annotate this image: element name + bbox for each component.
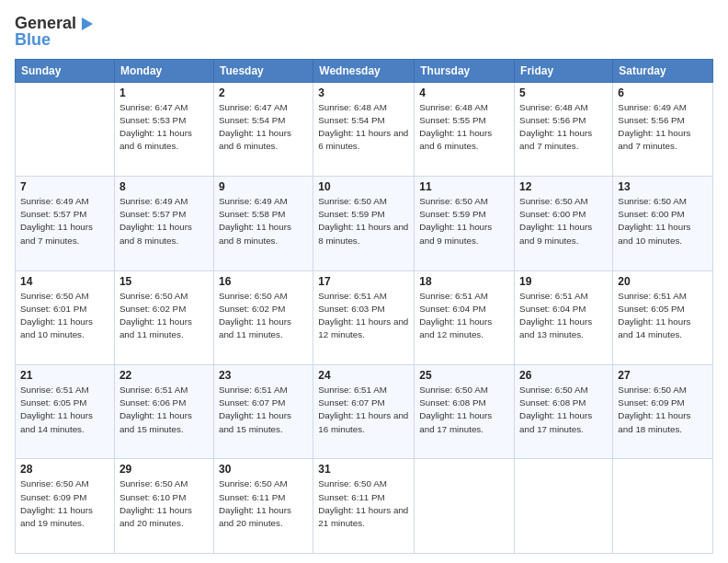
day-number: 2 bbox=[219, 86, 308, 99]
day-number: 1 bbox=[119, 86, 209, 99]
day-number: 23 bbox=[219, 369, 308, 382]
week-row-0: 1Sunrise: 6:47 AM Sunset: 5:53 PM Daylig… bbox=[16, 82, 713, 176]
day-cell bbox=[613, 459, 713, 554]
day-cell: 3Sunrise: 6:48 AM Sunset: 5:54 PM Daylig… bbox=[313, 82, 415, 176]
weekday-header-friday: Friday bbox=[515, 59, 613, 82]
day-info: Sunrise: 6:51 AM Sunset: 6:04 PM Dayligh… bbox=[519, 290, 608, 342]
week-row-4: 28Sunrise: 6:50 AM Sunset: 6:09 PM Dayli… bbox=[16, 459, 713, 554]
day-info: Sunrise: 6:48 AM Sunset: 5:55 PM Dayligh… bbox=[419, 101, 509, 154]
logo: General Blue bbox=[15, 15, 95, 50]
day-number: 11 bbox=[419, 180, 509, 193]
day-number: 12 bbox=[519, 180, 608, 193]
day-cell: 14Sunrise: 6:50 AM Sunset: 6:01 PM Dayli… bbox=[16, 270, 115, 364]
day-cell: 31Sunrise: 6:50 AM Sunset: 6:11 PM Dayli… bbox=[313, 459, 415, 554]
day-cell: 26Sunrise: 6:50 AM Sunset: 6:08 PM Dayli… bbox=[515, 365, 613, 459]
logo-text-blue: Blue bbox=[15, 31, 95, 50]
day-info: Sunrise: 6:50 AM Sunset: 6:10 PM Dayligh… bbox=[119, 477, 209, 530]
day-cell: 20Sunrise: 6:51 AM Sunset: 6:05 PM Dayli… bbox=[613, 270, 713, 364]
day-info: Sunrise: 6:51 AM Sunset: 6:07 PM Dayligh… bbox=[318, 384, 409, 436]
day-info: Sunrise: 6:50 AM Sunset: 6:11 PM Dayligh… bbox=[318, 477, 409, 530]
day-cell: 19Sunrise: 6:51 AM Sunset: 6:04 PM Dayli… bbox=[515, 270, 613, 364]
day-info: Sunrise: 6:47 AM Sunset: 5:53 PM Dayligh… bbox=[119, 101, 209, 154]
day-number: 30 bbox=[219, 463, 308, 476]
day-info: Sunrise: 6:50 AM Sunset: 6:02 PM Dayligh… bbox=[219, 290, 308, 342]
day-info: Sunrise: 6:50 AM Sunset: 6:02 PM Dayligh… bbox=[119, 290, 209, 342]
day-info: Sunrise: 6:50 AM Sunset: 5:59 PM Dayligh… bbox=[318, 195, 409, 247]
day-cell: 29Sunrise: 6:50 AM Sunset: 6:10 PM Dayli… bbox=[114, 459, 213, 554]
day-cell: 9Sunrise: 6:49 AM Sunset: 5:58 PM Daylig… bbox=[213, 177, 313, 270]
header: General Blue bbox=[15, 15, 713, 50]
day-cell: 12Sunrise: 6:50 AM Sunset: 6:00 PM Dayli… bbox=[515, 177, 613, 270]
day-info: Sunrise: 6:49 AM Sunset: 5:58 PM Dayligh… bbox=[219, 195, 308, 247]
day-cell: 23Sunrise: 6:51 AM Sunset: 6:07 PM Dayli… bbox=[213, 365, 313, 459]
day-cell: 10Sunrise: 6:50 AM Sunset: 5:59 PM Dayli… bbox=[313, 177, 415, 270]
day-info: Sunrise: 6:47 AM Sunset: 5:54 PM Dayligh… bbox=[219, 101, 308, 154]
weekday-header-thursday: Thursday bbox=[415, 59, 515, 82]
day-info: Sunrise: 6:50 AM Sunset: 6:00 PM Dayligh… bbox=[519, 195, 608, 247]
day-cell: 5Sunrise: 6:48 AM Sunset: 5:56 PM Daylig… bbox=[515, 82, 613, 176]
day-cell: 17Sunrise: 6:51 AM Sunset: 6:03 PM Dayli… bbox=[313, 270, 415, 364]
day-cell: 16Sunrise: 6:50 AM Sunset: 6:02 PM Dayli… bbox=[213, 270, 313, 364]
week-row-1: 7Sunrise: 6:49 AM Sunset: 5:57 PM Daylig… bbox=[16, 177, 713, 270]
day-number: 27 bbox=[618, 369, 708, 382]
day-info: Sunrise: 6:50 AM Sunset: 6:08 PM Dayligh… bbox=[419, 384, 509, 436]
day-cell bbox=[16, 82, 115, 176]
day-number: 15 bbox=[119, 275, 209, 288]
day-info: Sunrise: 6:50 AM Sunset: 6:09 PM Dayligh… bbox=[618, 384, 708, 436]
day-number: 6 bbox=[618, 86, 708, 99]
day-number: 31 bbox=[318, 463, 409, 476]
svg-marker-0 bbox=[82, 17, 93, 30]
day-cell: 25Sunrise: 6:50 AM Sunset: 6:08 PM Dayli… bbox=[415, 365, 515, 459]
day-cell: 13Sunrise: 6:50 AM Sunset: 6:00 PM Dayli… bbox=[613, 177, 713, 270]
day-info: Sunrise: 6:51 AM Sunset: 6:04 PM Dayligh… bbox=[419, 290, 509, 342]
weekday-header-tuesday: Tuesday bbox=[213, 59, 313, 82]
day-cell: 8Sunrise: 6:49 AM Sunset: 5:57 PM Daylig… bbox=[114, 177, 213, 270]
day-info: Sunrise: 6:49 AM Sunset: 5:56 PM Dayligh… bbox=[618, 101, 708, 154]
day-number: 17 bbox=[318, 275, 409, 288]
day-number: 14 bbox=[20, 275, 109, 288]
day-number: 20 bbox=[618, 275, 708, 288]
day-info: Sunrise: 6:50 AM Sunset: 6:01 PM Dayligh… bbox=[20, 290, 109, 342]
day-number: 25 bbox=[419, 369, 509, 382]
day-cell bbox=[515, 459, 613, 554]
weekday-header-saturday: Saturday bbox=[613, 59, 713, 82]
day-info: Sunrise: 6:50 AM Sunset: 5:59 PM Dayligh… bbox=[419, 195, 509, 247]
day-number: 28 bbox=[20, 463, 109, 476]
week-row-2: 14Sunrise: 6:50 AM Sunset: 6:01 PM Dayli… bbox=[16, 270, 713, 364]
day-info: Sunrise: 6:51 AM Sunset: 6:07 PM Dayligh… bbox=[219, 384, 308, 436]
weekday-header-monday: Monday bbox=[114, 59, 213, 82]
day-cell: 28Sunrise: 6:50 AM Sunset: 6:09 PM Dayli… bbox=[16, 459, 115, 554]
day-number: 16 bbox=[219, 275, 308, 288]
day-info: Sunrise: 6:48 AM Sunset: 5:54 PM Dayligh… bbox=[318, 101, 409, 154]
day-number: 26 bbox=[519, 369, 608, 382]
weekday-header-wednesday: Wednesday bbox=[313, 59, 415, 82]
day-cell bbox=[415, 459, 515, 554]
day-info: Sunrise: 6:49 AM Sunset: 5:57 PM Dayligh… bbox=[20, 195, 109, 247]
day-number: 5 bbox=[519, 86, 608, 99]
day-info: Sunrise: 6:50 AM Sunset: 6:08 PM Dayligh… bbox=[519, 384, 608, 436]
day-cell: 15Sunrise: 6:50 AM Sunset: 6:02 PM Dayli… bbox=[114, 270, 213, 364]
weekday-header-row: SundayMondayTuesdayWednesdayThursdayFrid… bbox=[16, 59, 713, 82]
week-row-3: 21Sunrise: 6:51 AM Sunset: 6:05 PM Dayli… bbox=[16, 365, 713, 459]
day-cell: 30Sunrise: 6:50 AM Sunset: 6:11 PM Dayli… bbox=[213, 459, 313, 554]
day-info: Sunrise: 6:48 AM Sunset: 5:56 PM Dayligh… bbox=[519, 101, 608, 154]
day-number: 8 bbox=[119, 180, 209, 193]
day-cell: 11Sunrise: 6:50 AM Sunset: 5:59 PM Dayli… bbox=[415, 177, 515, 270]
day-number: 4 bbox=[419, 86, 509, 99]
calendar-table: SundayMondayTuesdayWednesdayThursdayFrid… bbox=[15, 59, 713, 554]
day-cell: 18Sunrise: 6:51 AM Sunset: 6:04 PM Dayli… bbox=[415, 270, 515, 364]
day-info: Sunrise: 6:51 AM Sunset: 6:06 PM Dayligh… bbox=[119, 384, 209, 436]
day-cell: 24Sunrise: 6:51 AM Sunset: 6:07 PM Dayli… bbox=[313, 365, 415, 459]
day-cell: 27Sunrise: 6:50 AM Sunset: 6:09 PM Dayli… bbox=[613, 365, 713, 459]
weekday-header-sunday: Sunday bbox=[16, 59, 115, 82]
day-info: Sunrise: 6:50 AM Sunset: 6:09 PM Dayligh… bbox=[20, 477, 109, 530]
day-number: 10 bbox=[318, 180, 409, 193]
day-cell: 21Sunrise: 6:51 AM Sunset: 6:05 PM Dayli… bbox=[16, 365, 115, 459]
logo-arrow-icon bbox=[78, 16, 95, 32]
day-info: Sunrise: 6:51 AM Sunset: 6:03 PM Dayligh… bbox=[318, 290, 409, 342]
day-number: 18 bbox=[419, 275, 509, 288]
day-info: Sunrise: 6:51 AM Sunset: 6:05 PM Dayligh… bbox=[618, 290, 708, 342]
day-number: 21 bbox=[20, 369, 109, 382]
day-number: 13 bbox=[618, 180, 708, 193]
day-cell: 6Sunrise: 6:49 AM Sunset: 5:56 PM Daylig… bbox=[613, 82, 713, 176]
